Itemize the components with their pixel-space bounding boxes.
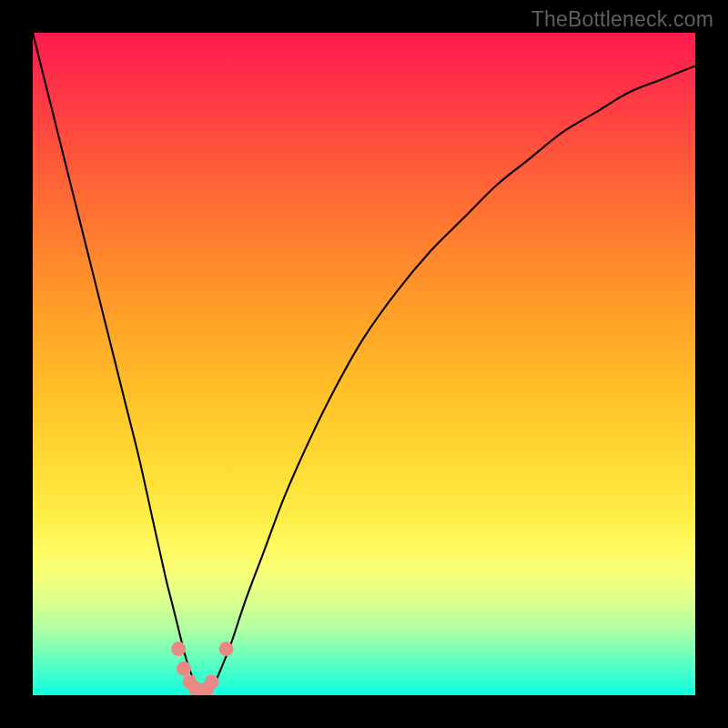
curve-marker [205, 674, 219, 689]
curve-marker [177, 662, 191, 676]
chart-frame: TheBottleneck.com [0, 0, 728, 728]
curve-markers [171, 642, 233, 695]
curve-marker [171, 642, 186, 656]
bottleneck-curve [33, 33, 695, 695]
watermark-label: TheBottleneck.com [531, 7, 713, 32]
plot-area [33, 33, 695, 695]
curve-marker [219, 642, 234, 656]
curve-layer [33, 33, 695, 695]
